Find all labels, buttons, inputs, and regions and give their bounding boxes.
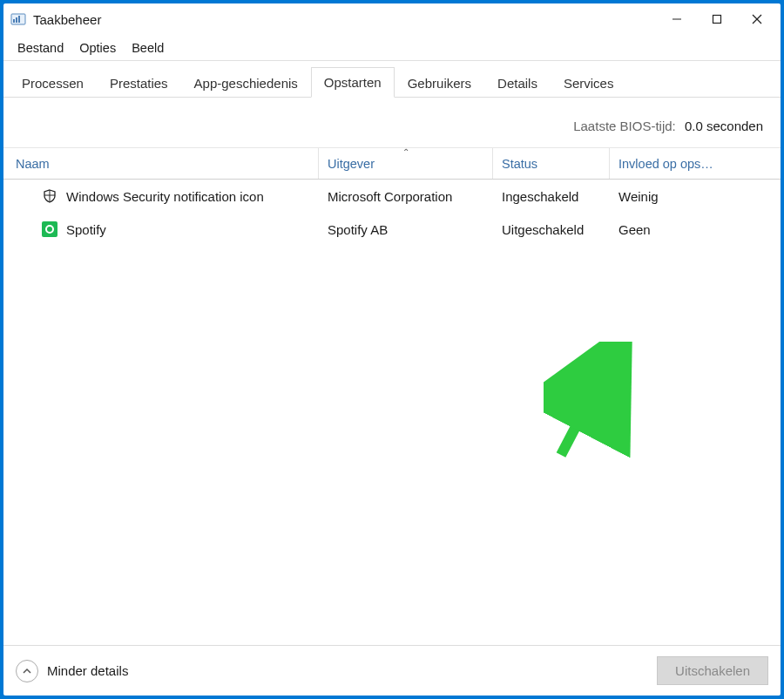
tabstrip: Processen Prestaties App-geschiedenis Op… (3, 61, 781, 98)
cell-name: Spotify (66, 222, 106, 237)
col-header-publisher-label: Uitgever (328, 157, 375, 171)
app-icon (10, 11, 26, 27)
cell-status: Ingeschakeld (493, 189, 610, 204)
tab-appgeschiedenis[interactable]: App-geschiedenis (181, 68, 311, 98)
svg-rect-5 (713, 16, 721, 24)
table-row[interactable]: Windows Security notification icon Micro… (3, 180, 781, 213)
window-title: Taakbeheer (33, 12, 101, 27)
table-header: Naam ⌃ Uitgever Status Invloed op ops… (3, 148, 781, 180)
sort-indicator-icon: ⌃ (402, 148, 409, 157)
tab-processen[interactable]: Processen (9, 68, 97, 98)
footer: Minder details Uitschakelen (3, 645, 781, 696)
fewer-details-toggle[interactable]: Minder details (16, 660, 128, 682)
svg-rect-2 (16, 17, 17, 23)
titlebar: Taakbeheer (3, 3, 781, 35)
table-body: Windows Security notification icon Micro… (3, 180, 781, 246)
table-row[interactable]: Spotify Spotify AB Uitgeschakeld Geen (3, 213, 781, 246)
tab-opstarten[interactable]: Opstarten (311, 67, 395, 98)
spotify-icon (42, 221, 57, 237)
shield-icon (42, 188, 57, 204)
minimize-button[interactable] (657, 3, 697, 35)
task-manager-window: Taakbeheer Bestand Opties Beeld Processe… (3, 3, 781, 696)
close-button[interactable] (737, 3, 777, 35)
bios-time-value: 0.0 seconden (685, 119, 763, 133)
svg-rect-1 (13, 19, 15, 23)
tab-gebruikers[interactable]: Gebruikers (395, 68, 484, 98)
cell-publisher: Microsoft Corporation (319, 189, 493, 204)
disable-button[interactable]: Uitschakelen (657, 656, 768, 685)
tab-details[interactable]: Details (484, 68, 551, 98)
menu-options[interactable]: Opties (72, 37, 123, 58)
maximize-button[interactable] (697, 3, 737, 35)
col-header-impact[interactable]: Invloed op ops… (610, 148, 730, 179)
cell-publisher: Spotify AB (319, 222, 493, 237)
cell-impact: Geen (610, 222, 730, 237)
tab-prestaties[interactable]: Prestaties (97, 68, 181, 98)
svg-rect-3 (18, 16, 20, 23)
content-area: Laatste BIOS-tijd: 0.0 seconden Naam ⌃ U… (3, 98, 781, 645)
bios-time-label: Laatste BIOS-tijd: (573, 119, 676, 133)
menu-view[interactable]: Beeld (125, 37, 171, 58)
fewer-details-label: Minder details (47, 663, 128, 678)
startup-table: Naam ⌃ Uitgever Status Invloed op ops… (3, 147, 781, 645)
chevron-up-icon (16, 660, 38, 682)
tab-services[interactable]: Services (551, 68, 627, 98)
cell-impact: Weinig (610, 189, 730, 204)
menubar: Bestand Opties Beeld (3, 35, 781, 61)
menu-file[interactable]: Bestand (10, 37, 71, 58)
bios-time-row: Laatste BIOS-tijd: 0.0 seconden (3, 98, 781, 147)
cell-name: Windows Security notification icon (66, 189, 264, 204)
cell-status: Uitgeschakeld (493, 222, 610, 237)
col-header-name[interactable]: Naam (3, 148, 319, 179)
col-header-publisher[interactable]: ⌃ Uitgever (319, 148, 493, 179)
col-header-status[interactable]: Status (493, 148, 610, 179)
